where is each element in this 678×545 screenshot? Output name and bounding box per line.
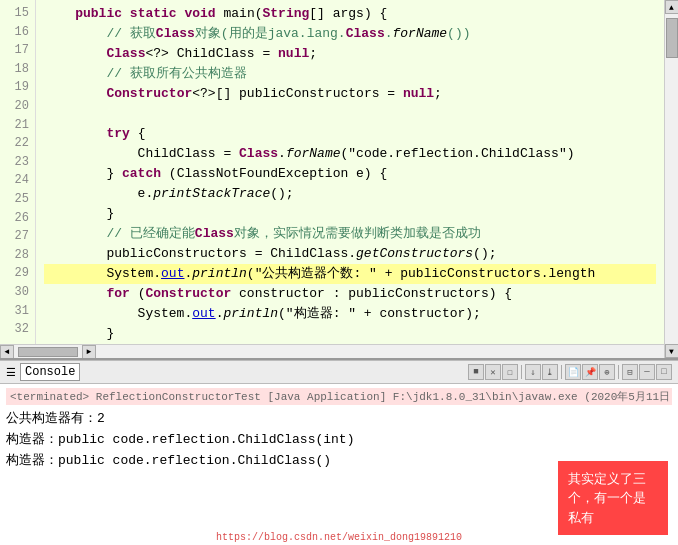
line-number: 23 (6, 153, 29, 172)
line-numbers: 151617181920212223242526272829303132 (0, 0, 36, 358)
code-line: System.out.println("构造器: " + constructor… (44, 304, 656, 324)
code-line: // 已经确定能Class对象，实际情况需要做判断类加载是否成功 (44, 224, 656, 244)
line-number: 19 (6, 78, 29, 97)
terminated-line: <terminated> ReflectionConstructorTest [… (6, 388, 672, 405)
line-number: 30 (6, 283, 29, 302)
console-header: ☰ Console ■ ✕ ☐ ⇓ ⤓ 📄 📌 ⊕ ⊟ — □ (0, 360, 678, 384)
code-line: } (44, 204, 656, 224)
code-line: } catch (ClassNotFoundException e) { (44, 164, 656, 184)
note-box: 其实定义了三个，有一个是私有 (558, 461, 668, 536)
terminate-button[interactable]: ■ (468, 364, 484, 380)
open-console-button[interactable]: 📄 (565, 364, 581, 380)
watermark: https://blog.csdn.net/weixin_dong1989121… (216, 532, 462, 543)
code-line: // 获取Class对象(用的是java.lang.Class.forName(… (44, 24, 656, 44)
code-line (44, 104, 656, 124)
line-number: 32 (6, 320, 29, 339)
line-number: 28 (6, 246, 29, 265)
code-line: Class<?> ChildClass = null; (44, 44, 656, 64)
line-number: 31 (6, 302, 29, 321)
line-number: 16 (6, 23, 29, 42)
line-number: 18 (6, 60, 29, 79)
scroll-end-button[interactable]: ⤓ (542, 364, 558, 380)
output-line: 构造器：public code.reflection.ChildClass(in… (6, 430, 672, 451)
output-line: 公共构造器有：2 (6, 409, 672, 430)
clear-console-button[interactable]: ☐ (502, 364, 518, 380)
code-line: System.out.println("公共构造器个数: " + publicC… (44, 264, 656, 284)
code-line: } (44, 324, 656, 344)
maximize-button[interactable]: □ (656, 364, 672, 380)
h-scroll-thumb[interactable] (18, 347, 78, 357)
horizontal-scrollbar[interactable]: ◄ ► (0, 344, 664, 358)
line-number: 27 (6, 227, 29, 246)
h-scroll-left-arrow[interactable]: ◄ (0, 345, 14, 359)
line-number: 15 (6, 4, 29, 23)
scroll-lock-button[interactable]: ⇓ (525, 364, 541, 380)
console-icon: ☰ (6, 366, 16, 379)
editor-panel: 151617181920212223242526272829303132 pub… (0, 0, 678, 360)
code-line: publicConstructors = ChildClass.getConst… (44, 244, 656, 264)
line-number: 25 (6, 190, 29, 209)
separator-3 (618, 365, 619, 379)
pin-console-button[interactable]: 📌 (582, 364, 598, 380)
remove-launch-button[interactable]: ✕ (485, 364, 501, 380)
line-number: 24 (6, 171, 29, 190)
line-number: 17 (6, 41, 29, 60)
code-line: // 获取所有公共构造器 (44, 64, 656, 84)
minimize-button[interactable]: — (639, 364, 655, 380)
view-menu-button[interactable]: ⊟ (622, 364, 638, 380)
code-line: ChildClass = Class.forName("code.reflect… (44, 144, 656, 164)
scroll-up-arrow[interactable]: ▲ (665, 0, 679, 14)
console-body[interactable]: <terminated> ReflectionConstructorTest [… (0, 384, 678, 545)
vertical-scrollbar[interactable]: ▲ ▼ (664, 0, 678, 358)
line-number: 20 (6, 97, 29, 116)
console-panel: ☰ Console ■ ✕ ☐ ⇓ ⤓ 📄 📌 ⊕ ⊟ — □ <termina… (0, 360, 678, 545)
scroll-down-arrow[interactable]: ▼ (665, 344, 679, 358)
line-number: 21 (6, 116, 29, 135)
code-content[interactable]: public static void main(String[] args) {… (36, 0, 664, 358)
separator-2 (561, 365, 562, 379)
h-scroll-right-arrow[interactable]: ► (82, 345, 96, 359)
console-tab[interactable]: Console (20, 363, 80, 381)
line-number: 26 (6, 209, 29, 228)
line-number: 22 (6, 134, 29, 153)
line-number: 29 (6, 264, 29, 283)
code-line: Constructor<?>[] publicConstructors = nu… (44, 84, 656, 104)
code-line: try { (44, 124, 656, 144)
separator-1 (521, 365, 522, 379)
code-line: for (Constructor constructor : publicCon… (44, 284, 656, 304)
scroll-thumb[interactable] (666, 18, 678, 58)
new-console-button[interactable]: ⊕ (599, 364, 615, 380)
code-line: public static void main(String[] args) { (44, 4, 656, 24)
console-toolbar: ■ ✕ ☐ ⇓ ⤓ 📄 📌 ⊕ ⊟ — □ (468, 364, 672, 380)
code-line: e.printStackTrace(); (44, 184, 656, 204)
